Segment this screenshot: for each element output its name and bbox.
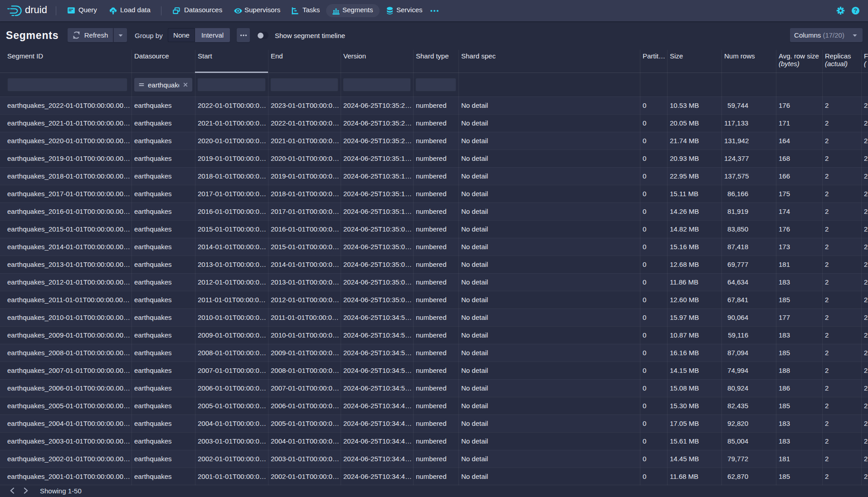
svg-text:?: ? [854, 8, 857, 14]
